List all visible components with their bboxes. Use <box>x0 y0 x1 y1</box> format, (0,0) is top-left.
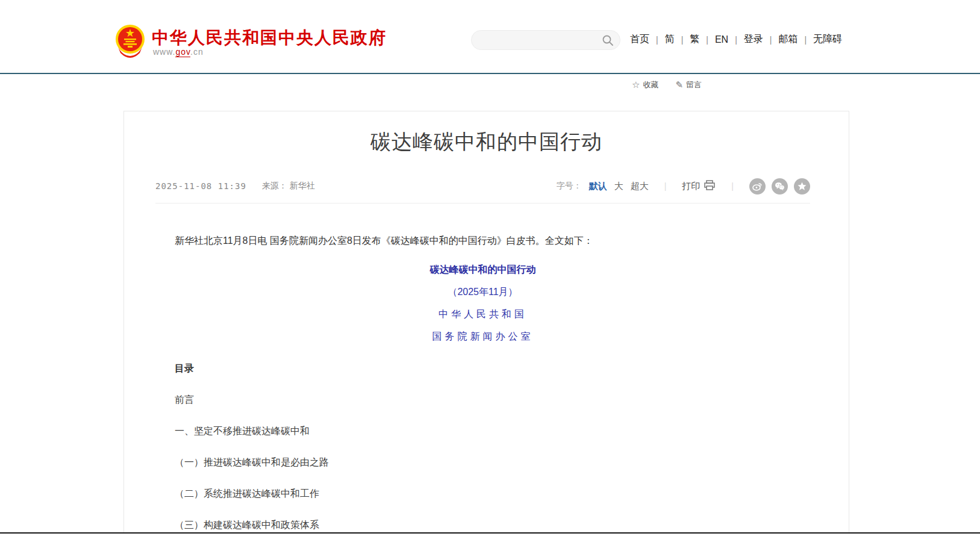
source-label: 来源： <box>262 181 287 190</box>
nav-english[interactable]: EN <box>715 34 728 45</box>
nav-accessibility[interactable]: 无障碍 <box>813 33 842 46</box>
toc-item-preface: 前言 <box>155 393 810 407</box>
printer-icon <box>704 180 716 193</box>
search-input[interactable] <box>481 31 596 49</box>
url-suffix: .cn <box>190 47 204 57</box>
url-domain: gov <box>175 47 190 57</box>
favorite-button[interactable]: ☆收藏 <box>632 79 658 90</box>
weibo-icon[interactable] <box>749 178 766 195</box>
article-title: 碳达峰碳中和的中国行动 <box>124 128 849 156</box>
meta-separator <box>155 203 810 204</box>
nav-separator: | <box>804 35 807 45</box>
document-org-line1: 中华人民共和国 <box>155 307 810 322</box>
toc-item-section1: 一、坚定不移推进碳达峰碳中和 <box>155 424 810 438</box>
document-date: （2025年11月） <box>155 285 810 299</box>
nav-mail[interactable]: 邮箱 <box>778 33 797 46</box>
intro-paragraph: 新华社北京11月8日电 国务院新闻办公室8日发布《碳达峰碳中和的中国行动》白皮书… <box>155 234 810 248</box>
wechat-icon[interactable] <box>772 178 788 195</box>
document-heading: 碳达峰碳中和的中国行动 <box>155 263 810 277</box>
toc-heading: 目录 <box>155 361 810 376</box>
publish-date: 2025-11-08 11:39 <box>155 181 246 191</box>
article-body: 新华社北京11月8日电 国务院新闻办公室8日发布《碳达峰碳中和的中国行动》白皮书… <box>124 234 849 551</box>
action-strip: ☆收藏 ✎留言 <box>0 79 980 96</box>
toc-item-section1-1: （一）推进碳达峰碳中和是必由之路 <box>155 455 810 470</box>
toc-item-section1-2: （二）系统推进碳达峰碳中和工作 <box>155 487 810 501</box>
toc-item-section1-3: （三）构建碳达峰碳中和政策体系 <box>155 518 810 532</box>
comment-label: 留言 <box>686 79 702 90</box>
font-size-xlarge[interactable]: 超大 <box>631 181 649 192</box>
page: 中华人民共和国中央人民政府 www.gov.cn 首页|简|繁|EN|登录|邮箱… <box>0 0 980 551</box>
font-size-default[interactable]: 默认 <box>589 181 607 192</box>
search-box <box>471 30 620 50</box>
nav-separator: | <box>706 35 708 45</box>
url-prefix: www. <box>153 47 175 57</box>
document-org-line2: 国务院新闻办公室 <box>155 329 810 344</box>
share-icons <box>749 178 810 195</box>
meta-divider: | <box>664 181 667 191</box>
nav-simplified[interactable]: 简 <box>665 33 675 46</box>
source-value[interactable]: 新华社 <box>290 181 315 190</box>
article-meta-row: 2025-11-08 11:39 来源： 新华社 字号： 默认 大 超大 | 打… <box>155 176 810 196</box>
search-icon[interactable] <box>602 34 614 46</box>
nav-separator: | <box>770 35 772 45</box>
site-title: 中华人民共和国中央人民政府 <box>152 26 387 49</box>
nav-traditional[interactable]: 繁 <box>690 33 699 46</box>
print-label: 打印 <box>682 181 700 192</box>
nav-separator: | <box>681 35 684 45</box>
source: 来源： 新华社 <box>262 181 315 191</box>
top-nav: 首页|简|繁|EN|登录|邮箱|无障碍 <box>630 33 842 46</box>
star-outline-icon: ☆ <box>632 79 640 90</box>
nav-login[interactable]: 登录 <box>744 33 763 46</box>
favorite-label: 收藏 <box>643 79 658 90</box>
nav-separator: | <box>735 35 737 45</box>
font-size-large[interactable]: 大 <box>614 181 623 192</box>
font-size-label: 字号： <box>557 181 582 191</box>
print-button[interactable]: 打印 <box>682 180 716 193</box>
nav-separator: | <box>656 35 658 45</box>
pencil-icon: ✎ <box>675 79 683 90</box>
site-header: 中华人民共和国中央人民政府 www.gov.cn 首页|简|繁|EN|登录|邮箱… <box>0 0 980 74</box>
site-url[interactable]: www.gov.cn <box>153 47 204 57</box>
comment-button[interactable]: ✎留言 <box>675 79 702 90</box>
star-icon[interactable] <box>794 178 810 195</box>
nav-home[interactable]: 首页 <box>630 33 649 46</box>
article-card: 碳达峰碳中和的中国行动 2025-11-08 11:39 来源： 新华社 字号：… <box>123 111 849 533</box>
meta-divider: | <box>731 181 734 191</box>
bottom-divider <box>0 532 980 534</box>
national-emblem-logo <box>115 24 145 58</box>
